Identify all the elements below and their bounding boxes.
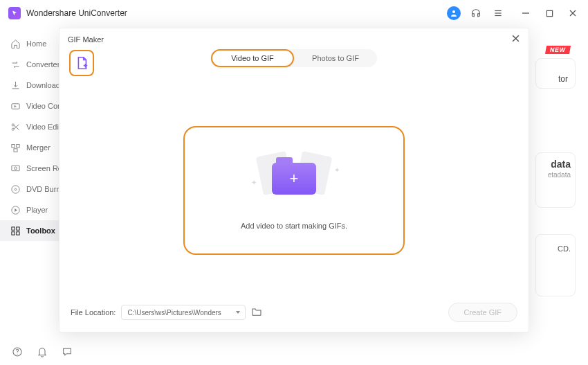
- svg-point-0: [452, 10, 455, 13]
- sidebar-item-label: Home: [26, 39, 46, 48]
- svg-rect-14: [11, 166, 19, 171]
- svg-rect-19: [11, 226, 14, 229]
- sidebar-item-dvd[interactable]: DVD Burner: [0, 179, 61, 199]
- statusbar: [0, 339, 84, 365]
- minimize-icon[interactable]: [519, 6, 533, 20]
- dropzone-text: Add video to start making GIFs.: [241, 222, 347, 230]
- tab-video-to-gif[interactable]: Video to GIF: [211, 49, 294, 67]
- gif-maker-modal: GIF Maker Video to GIF Photos to GIF ✦ ✦…: [59, 28, 529, 332]
- svg-rect-5: [546, 10, 552, 16]
- scissors-icon: [10, 121, 21, 132]
- feedback-icon[interactable]: [61, 346, 73, 358]
- sidebar: Home Converter Downloader Video Compress…: [0, 26, 61, 339]
- sidebar-item-recorder[interactable]: Screen Recorder: [0, 158, 61, 179]
- sidebar-item-label: Downloader: [26, 81, 61, 89]
- modal-close-icon[interactable]: [511, 33, 520, 45]
- create-gif-button[interactable]: Create GIF: [448, 303, 517, 322]
- modal-header: GIF Maker: [59, 28, 529, 47]
- modal-footer: File Location: Create GIF: [59, 303, 529, 322]
- svg-point-24: [17, 354, 17, 355]
- mode-tabs: Video to GIF Photos to GIF: [211, 49, 377, 67]
- menu-icon[interactable]: [491, 6, 505, 20]
- dropzone[interactable]: ✦ ✦ + Add video to start making GIFs.: [183, 126, 405, 255]
- sidebar-item-label: Toolbox: [26, 226, 55, 235]
- bg-card-metadata: data etadata: [535, 152, 576, 208]
- toolbox-icon: [10, 225, 21, 236]
- notification-icon[interactable]: [36, 346, 48, 358]
- bg-card-cd: CD.: [535, 234, 576, 296]
- maximize-icon[interactable]: [542, 6, 556, 20]
- svg-rect-21: [11, 231, 14, 234]
- browse-folder-icon[interactable]: [251, 307, 262, 319]
- sidebar-item-label: Player: [26, 206, 48, 214]
- disc-icon: [10, 184, 21, 195]
- file-location-input[interactable]: [121, 305, 246, 320]
- help-icon[interactable]: [11, 346, 24, 358]
- sidebar-item-label: DVD Burner: [26, 185, 61, 193]
- support-icon[interactable]: [469, 6, 483, 20]
- app-title: Wondershare UniConverter: [26, 8, 441, 18]
- converter-icon: [10, 59, 21, 70]
- modal-toolbar: Video to GIF Photos to GIF: [59, 47, 529, 79]
- sidebar-item-label: Video Editor: [26, 123, 61, 131]
- sidebar-item-label: Converter: [26, 60, 59, 69]
- sidebar-item-player[interactable]: Player: [0, 199, 61, 220]
- sidebar-item-converter[interactable]: Converter: [0, 54, 61, 75]
- sidebar-item-home[interactable]: Home: [0, 33, 61, 54]
- title-actions: [447, 6, 580, 20]
- sidebar-item-downloader[interactable]: Downloader: [0, 75, 61, 96]
- recorder-icon: [10, 163, 21, 174]
- sidebar-item-label: Video Compressor: [26, 102, 61, 110]
- svg-point-15: [14, 167, 17, 170]
- svg-rect-13: [14, 148, 17, 151]
- sidebar-item-merger[interactable]: Merger: [0, 137, 61, 158]
- close-icon[interactable]: [566, 6, 580, 20]
- sidebar-item-toolbox[interactable]: Toolbox: [0, 220, 61, 241]
- add-file-button[interactable]: [69, 50, 94, 76]
- play-icon: [10, 204, 21, 215]
- app-logo: [8, 7, 21, 19]
- account-icon[interactable]: [447, 6, 461, 20]
- titlebar: Wondershare UniConverter: [0, 0, 588, 26]
- sidebar-item-editor[interactable]: Video Editor: [0, 116, 61, 137]
- sidebar-item-label: Merger: [26, 143, 50, 152]
- sidebar-item-label: Screen Recorder: [26, 164, 61, 172]
- svg-rect-20: [16, 226, 19, 229]
- add-video-illustration: ✦ ✦ +: [252, 151, 336, 206]
- svg-point-16: [11, 185, 19, 193]
- new-badge: NEW: [544, 46, 570, 54]
- svg-point-17: [15, 188, 17, 190]
- modal-title: GIF Maker: [68, 35, 104, 44]
- svg-rect-22: [16, 231, 19, 234]
- compressor-icon: [10, 100, 21, 112]
- home-icon: [10, 38, 21, 49]
- download-icon: [10, 80, 21, 91]
- file-location-label: File Location:: [71, 308, 116, 317]
- tab-photos-to-gif[interactable]: Photos to GIF: [294, 49, 377, 67]
- merger-icon: [10, 142, 21, 153]
- bg-card-1: tor: [535, 58, 576, 89]
- svg-rect-11: [11, 144, 14, 147]
- plus-icon: +: [272, 163, 316, 195]
- svg-rect-12: [16, 144, 19, 147]
- sidebar-item-compressor[interactable]: Video Compressor: [0, 96, 61, 116]
